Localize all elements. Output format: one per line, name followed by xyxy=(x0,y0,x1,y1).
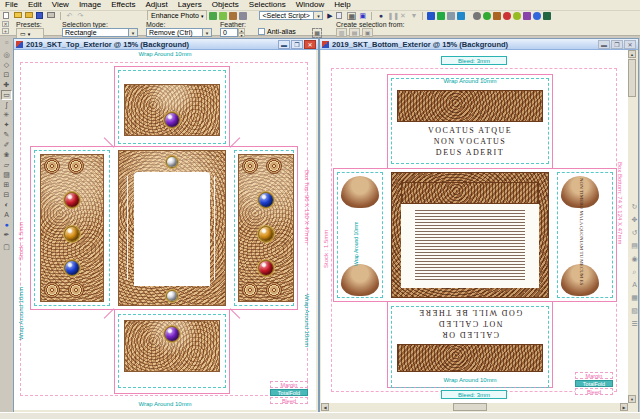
chevron-down-icon[interactable]: ▾ xyxy=(202,29,211,36)
selection-from-mask-icon[interactable]: ▥ xyxy=(336,28,347,37)
pen-tool[interactable]: ✒ xyxy=(1,230,12,240)
dodge-brush-tool[interactable]: ◐ xyxy=(1,200,12,210)
crop-tool[interactable]: ⊡ xyxy=(1,70,12,80)
grid-icon[interactable]: ▦ xyxy=(630,291,639,304)
retouch-icon[interactable] xyxy=(229,12,237,20)
toolbar-grip[interactable]: ≡ xyxy=(1,38,12,48)
record-script-icon[interactable]: ● xyxy=(376,12,385,20)
new-icon[interactable] xyxy=(3,12,12,20)
close-icon[interactable]: ✕ xyxy=(304,40,316,49)
preset-shape-tool[interactable]: ● xyxy=(1,220,12,230)
background-eraser-tool[interactable]: ▨ xyxy=(1,170,12,180)
selection-from-layer-icon[interactable]: ▣ xyxy=(362,28,373,37)
menu-image[interactable]: Image xyxy=(74,0,106,10)
rotate-left-icon[interactable]: ↺ xyxy=(630,226,639,239)
menu-file[interactable]: File xyxy=(0,0,23,10)
freehand-selection-tool[interactable]: ʃ xyxy=(1,100,12,110)
redo-icon[interactable]: ↷ xyxy=(76,12,85,20)
menu-window[interactable]: Window xyxy=(291,0,329,10)
toolbar-app-icon[interactable] xyxy=(427,12,435,20)
menu-help[interactable]: Help xyxy=(329,0,355,10)
antialias-checkbox[interactable]: Anti-alias xyxy=(258,28,296,35)
scratch-remover-tool[interactable]: ⊟ xyxy=(1,190,12,200)
toolbar-app-icon[interactable] xyxy=(513,12,521,20)
toggle-execution-icon[interactable]: ▦ xyxy=(347,12,356,20)
target-icon[interactable]: ◉ xyxy=(630,252,639,265)
undo-icon[interactable]: ↶ xyxy=(65,12,74,20)
chevron-down-icon[interactable]: ▾ xyxy=(128,29,137,36)
select-script-combo[interactable]: <Select Script> ▾ xyxy=(259,11,323,20)
find-icon[interactable]: ⌕ xyxy=(630,265,639,278)
object-selection-tool[interactable]: ▢ xyxy=(1,242,12,252)
browse-icon[interactable] xyxy=(25,12,34,20)
feather-stepper[interactable]: 0 ▴ ▾ xyxy=(220,28,245,37)
toolbar-app-icon[interactable] xyxy=(437,12,445,20)
menu-layers[interactable]: Layers xyxy=(173,0,207,10)
menu-selections[interactable]: Selections xyxy=(244,0,291,10)
edit-script-icon[interactable] xyxy=(336,12,345,20)
print-icon[interactable] xyxy=(47,12,56,20)
document-window-bottom-exterior[interactable]: 2019_SKT_Bottom_Exterior @ 15% (Backgrou… xyxy=(319,38,639,414)
run-script-icon[interactable]: ▶ xyxy=(325,12,334,20)
list-icon[interactable]: ☰ xyxy=(630,317,639,330)
pin-icon[interactable]: + xyxy=(2,28,9,34)
pause-script-icon[interactable]: ❚❚ xyxy=(387,12,396,20)
menu-view[interactable]: View xyxy=(47,0,74,10)
close-icon[interactable]: ✕ xyxy=(2,21,9,27)
canvas-bottom-exterior[interactable]: Bleed: 3mm Wrap Around 10mm VOCATUS ATQU… xyxy=(321,50,628,403)
text-tool[interactable]: A xyxy=(1,210,12,220)
menu-effects[interactable]: Effects xyxy=(106,0,140,10)
scroll-up-icon[interactable]: ▲ xyxy=(628,50,636,58)
horizontal-scrollbar[interactable]: ◀ ▶ xyxy=(321,403,628,411)
menu-adjust[interactable]: Adjust xyxy=(140,0,172,10)
toolbar-app-icon[interactable] xyxy=(447,12,455,20)
eraser-tool[interactable]: ▱ xyxy=(1,160,12,170)
rotate-right-icon[interactable]: ↻ xyxy=(630,200,639,213)
scroll-right-icon[interactable]: ▶ xyxy=(620,403,628,411)
airbrush-tool[interactable]: ✐ xyxy=(1,140,12,150)
dropper-tool[interactable]: ✦ xyxy=(1,120,12,130)
text-icon[interactable]: A xyxy=(630,278,639,291)
window-title-bar[interactable]: 2019_SKT_Bottom_Exterior @ 15% (Backgrou… xyxy=(320,39,638,50)
selection-type-combo[interactable]: Rectangle ▾ xyxy=(62,28,138,37)
page-icon[interactable]: ▤ xyxy=(630,239,639,252)
maximize-icon[interactable]: ❐ xyxy=(291,40,303,49)
toolbar-app-icon[interactable] xyxy=(473,12,481,20)
save-icon[interactable] xyxy=(36,12,45,20)
toolbar-app-icon[interactable] xyxy=(543,12,551,20)
spin-down-icon[interactable]: ▾ xyxy=(238,33,245,38)
toolbar-app-icon[interactable] xyxy=(483,12,491,20)
scrollbar-thumb[interactable] xyxy=(628,59,636,97)
selection-from-alpha-icon[interactable]: ▤ xyxy=(349,28,360,37)
menu-edit[interactable]: Edit xyxy=(23,0,47,10)
toolbar-app-icon[interactable] xyxy=(503,12,511,20)
selection-tool[interactable]: ▭ xyxy=(1,90,12,100)
magic-wand-tool[interactable]: ✳ xyxy=(1,110,12,120)
paintbrush-tool[interactable]: ✎ xyxy=(1,130,12,140)
minimize-icon[interactable]: ▬ xyxy=(278,40,290,49)
checkbox-icon[interactable] xyxy=(258,28,265,35)
close-icon[interactable]: ✕ xyxy=(624,40,636,49)
custom-selection-icon[interactable]: ▦ xyxy=(312,28,322,38)
scroll-left-icon[interactable]: ◀ xyxy=(321,403,329,411)
scroll-down-icon[interactable]: ▼ xyxy=(628,395,636,403)
zoom-tool[interactable]: ◎ xyxy=(1,50,12,60)
move-tool[interactable]: ✚ xyxy=(1,80,12,90)
adjust-wizard-icon[interactable] xyxy=(219,12,227,20)
automatic-enhance-icon[interactable] xyxy=(209,12,217,20)
maximize-icon[interactable]: ❐ xyxy=(611,40,623,49)
mode-combo[interactable]: Remove (Ctrl) ▾ xyxy=(146,28,212,37)
toolbar-app-icon[interactable] xyxy=(523,12,531,20)
menu-objects[interactable]: Objects xyxy=(207,0,244,10)
cancel-script-icon[interactable]: ✕ xyxy=(398,12,407,20)
chevron-down-icon[interactable]: ▾ xyxy=(313,12,322,19)
toolbar-app-icon[interactable] xyxy=(457,12,465,20)
canvas-top-exterior[interactable]: Wrap Around 10mm Wrap Around 10mm xyxy=(14,50,316,410)
palette-icon[interactable] xyxy=(239,12,247,20)
document-window-top-exterior[interactable]: 2019_SKT_Top_Exterior @ 15% (Background)… xyxy=(13,38,319,413)
minimize-icon[interactable]: ▬ xyxy=(598,40,610,49)
pan-icon[interactable]: ✥ xyxy=(630,213,639,226)
scrollbar-thumb[interactable] xyxy=(453,403,487,411)
window-title-bar[interactable]: 2019_SKT_Top_Exterior @ 15% (Background)… xyxy=(14,39,318,50)
picture-tube-tool[interactable]: ❀ xyxy=(1,150,12,160)
